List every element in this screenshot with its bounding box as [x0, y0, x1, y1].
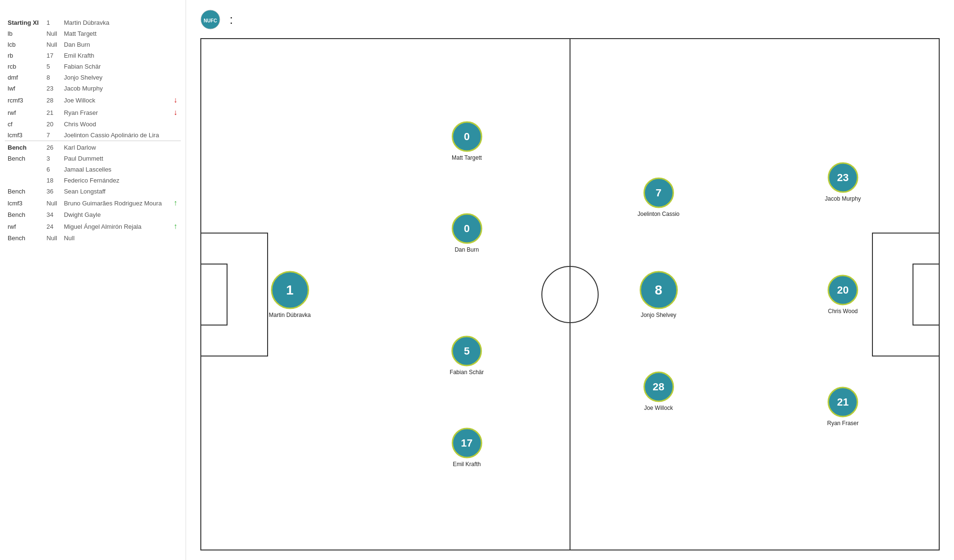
player-arrow: ↓	[171, 106, 181, 119]
player-position: lcmf3	[5, 197, 44, 209]
center-circle	[541, 266, 599, 323]
player-arrow	[171, 209, 181, 220]
player-number: 21	[44, 106, 61, 119]
player-label: Chris Wood	[828, 307, 858, 314]
player-name: Bruno Guimarães Rodriguez Moura	[61, 197, 171, 209]
player-arrow	[171, 72, 181, 83]
player-arrow	[171, 175, 181, 186]
club-badge: NUFC	[200, 10, 220, 30]
player-number: 20	[44, 119, 61, 130]
player-number-circle: 0	[452, 122, 482, 152]
player-arrow	[171, 119, 181, 130]
player-label: Dan Burn	[455, 246, 479, 253]
player-label: Jonjo Shelvey	[641, 311, 676, 318]
player-number: 28	[44, 94, 61, 106]
player-arrow	[171, 233, 181, 244]
player-number: 1	[44, 17, 61, 28]
player-name: Dan Burn	[61, 39, 171, 50]
player-name: Dwight Gayle	[61, 209, 171, 220]
player-number-circle: 0	[452, 213, 482, 244]
player-position: Starting XI	[5, 17, 44, 28]
player-name: Joelinton Cassio Apolinário de Lira	[61, 130, 171, 141]
player-arrow	[171, 61, 181, 72]
player-arrow	[171, 17, 181, 28]
right-panel: NUFC : 1Martin Dúbravka0Matt Targett0Dan…	[186, 0, 954, 560]
player-name: Fabian Schär	[61, 61, 171, 72]
player-arrow	[171, 39, 181, 50]
player-name: Null	[61, 233, 171, 244]
player-number: Null	[44, 197, 61, 209]
player-number: 6	[44, 164, 61, 175]
player-label: Ryan Fraser	[827, 420, 859, 427]
team-formation-title: :	[226, 12, 237, 27]
player-arrow: ↑	[171, 220, 181, 233]
player-number: Null	[44, 28, 61, 39]
player-number-circle: 28	[643, 371, 674, 402]
pitch-header: NUFC :	[200, 10, 940, 30]
player-name: Jonjo Shelvey	[61, 72, 171, 83]
player-number: 7	[44, 130, 61, 141]
player-number-circle: 1	[271, 271, 309, 309]
svg-text:NUFC: NUFC	[204, 18, 217, 23]
player-position: Bench	[5, 209, 44, 220]
player-position: cf	[5, 119, 44, 130]
player-arrow	[171, 130, 181, 141]
player-label: Martin Dúbravka	[269, 311, 311, 318]
player-name: Federico Fernández	[61, 175, 171, 186]
left-panel: Starting XI1Martin DúbravkalbNullMatt Ta…	[0, 0, 186, 560]
pitch-container: 1Martin Dúbravka0Matt Targett0Dan Burn5F…	[200, 38, 940, 550]
player-number: 17	[44, 50, 61, 61]
player-position: Bench	[5, 141, 44, 153]
player-label: Fabian Schär	[450, 369, 484, 376]
player-token-lb: 0Matt Targett	[452, 122, 482, 161]
player-position: rwf	[5, 220, 44, 233]
goal-box-right	[913, 264, 939, 326]
player-token-gk: 1Martin Dúbravka	[269, 271, 311, 318]
player-name: Ryan Fraser	[61, 106, 171, 119]
player-number: 34	[44, 209, 61, 220]
player-position: rcb	[5, 61, 44, 72]
player-number: 8	[44, 72, 61, 83]
player-token-rb: 17Emil Krafth	[452, 428, 482, 467]
player-token-lwf: 23Jacob Murphy	[825, 162, 861, 202]
player-name: Sean Longstaff	[61, 186, 171, 197]
player-name: Martin Dúbravka	[61, 17, 171, 28]
player-number-circle: 8	[640, 271, 678, 309]
player-position: lcmf3	[5, 130, 44, 141]
player-arrow	[171, 164, 181, 175]
player-number-circle: 23	[828, 162, 858, 193]
player-number: 24	[44, 220, 61, 233]
player-number: 36	[44, 186, 61, 197]
player-number-circle: 17	[452, 428, 482, 458]
player-position: Bench	[5, 153, 44, 164]
player-name: Chris Wood	[61, 119, 171, 130]
player-number-circle: 20	[828, 275, 858, 305]
goal-box-left	[201, 264, 228, 326]
player-arrow: ↓	[171, 94, 181, 106]
player-arrow	[171, 153, 181, 164]
player-label: Joe Willock	[644, 404, 673, 411]
pitch: 1Martin Dúbravka0Matt Targett0Dan Burn5F…	[200, 38, 940, 550]
player-position: rcmf3	[5, 94, 44, 106]
player-position	[5, 164, 44, 175]
player-number: 26	[44, 141, 61, 153]
player-position: rb	[5, 50, 44, 61]
player-position: lcb	[5, 39, 44, 50]
player-token-lcmf3: 7Joelinton Cassio	[637, 178, 679, 217]
player-position: dmf	[5, 72, 44, 83]
player-number-circle: 21	[828, 387, 858, 417]
player-number: Null	[44, 39, 61, 50]
player-label: Joelinton Cassio	[637, 211, 679, 217]
player-name: Jamaal Lascelles	[61, 164, 171, 175]
player-number-circle: 7	[643, 178, 674, 208]
player-name: Joe Willock	[61, 94, 171, 106]
player-label: Emil Krafth	[453, 460, 481, 467]
player-token-lcb: 0Dan Burn	[452, 213, 482, 253]
player-name: Matt Targett	[61, 28, 171, 39]
player-position: rwf	[5, 106, 44, 119]
player-token-rcb: 5Fabian Schär	[450, 336, 484, 376]
player-label: Jacob Murphy	[825, 195, 861, 202]
player-position	[5, 175, 44, 186]
player-position: Bench	[5, 233, 44, 244]
player-position: Bench	[5, 186, 44, 197]
